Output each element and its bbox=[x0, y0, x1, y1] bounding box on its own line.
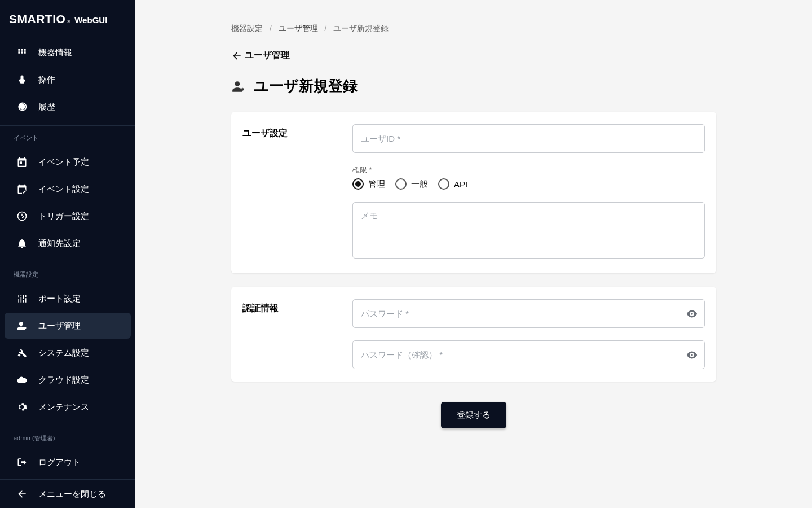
breadcrumb-item: 機器設定 bbox=[231, 24, 263, 33]
nav-item-cloud-settings[interactable]: クラウド設定 bbox=[5, 367, 131, 393]
radio-icon bbox=[438, 178, 449, 190]
back-link[interactable]: ユーザ管理 bbox=[231, 50, 290, 62]
nav-item-notification-settings[interactable]: 通知先設定 bbox=[5, 230, 131, 256]
nav-item-close-menu[interactable]: メニューを閉じる bbox=[5, 481, 131, 507]
radio-icon bbox=[395, 178, 407, 190]
user-gear-icon bbox=[16, 319, 28, 332]
tools-icon bbox=[16, 347, 28, 359]
user-gear-icon bbox=[231, 79, 246, 94]
nav-item-history[interactable]: 履歴 bbox=[5, 94, 131, 120]
logo-reg: ® bbox=[67, 19, 70, 24]
nav-label: イベント予定 bbox=[38, 157, 89, 168]
gear-icon bbox=[16, 401, 28, 413]
bell-icon bbox=[16, 237, 28, 249]
nav-item-event-settings[interactable]: イベント設定 bbox=[5, 176, 131, 202]
page-title-text: ユーザ新規登録 bbox=[254, 76, 358, 96]
breadcrumb: 機器設定 / ユーザ管理 / ユーザ新規登録 bbox=[231, 24, 716, 34]
card-label-user: ユーザ設定 bbox=[242, 124, 352, 261]
page-title: ユーザ新規登録 bbox=[231, 76, 716, 96]
main-content: 機器設定 / ユーザ管理 / ユーザ新規登録 ユーザ管理 ユーザ新規登録 ユーザ… bbox=[135, 0, 812, 508]
password-confirm-input[interactable] bbox=[352, 340, 705, 369]
toggle-password-confirm-visibility[interactable] bbox=[686, 349, 698, 361]
toggle-password-visibility[interactable] bbox=[686, 308, 698, 320]
nav-label: メニューを閉じる bbox=[38, 489, 106, 500]
nav-label: トリガー設定 bbox=[38, 211, 89, 222]
section-label-event: イベント bbox=[0, 126, 135, 146]
current-user-label: admin (管理者) bbox=[0, 426, 135, 446]
card-user-settings: ユーザ設定 権限 * 管理 一般 bbox=[231, 112, 716, 273]
touch-icon bbox=[16, 73, 28, 86]
role-radio-admin[interactable]: 管理 bbox=[352, 178, 385, 190]
submit-button[interactable]: 登録する bbox=[441, 402, 506, 428]
card-auth-info: 認証情報 bbox=[231, 287, 716, 382]
role-radio-general[interactable]: 一般 bbox=[395, 178, 428, 190]
sliders-icon bbox=[16, 292, 28, 305]
nav-label: クラウド設定 bbox=[38, 375, 89, 386]
nav-item-port-settings[interactable]: ポート設定 bbox=[5, 286, 131, 312]
nav-item-logout[interactable]: ログアウト bbox=[5, 449, 131, 475]
history-icon bbox=[16, 100, 28, 113]
role-field-label: 権限 * bbox=[352, 165, 705, 175]
logo-sub: WebGUI bbox=[74, 15, 107, 25]
radio-label: 一般 bbox=[411, 179, 428, 190]
nav-label: システム設定 bbox=[38, 348, 89, 358]
nav-label: ログアウト bbox=[38, 457, 81, 468]
trigger-icon bbox=[16, 210, 28, 222]
nav-item-trigger-settings[interactable]: トリガー設定 bbox=[5, 203, 131, 229]
nav-label: 機器情報 bbox=[38, 47, 72, 58]
cloud-icon bbox=[16, 374, 28, 386]
radio-label: API bbox=[454, 179, 467, 189]
card-label-auth: 認証情報 bbox=[242, 299, 352, 369]
breadcrumb-link-user-mgmt[interactable]: ユーザ管理 bbox=[279, 24, 318, 33]
nav-item-user-management[interactable]: ユーザ管理 bbox=[5, 313, 131, 339]
apps-icon bbox=[16, 46, 28, 59]
nav-label: ユーザ管理 bbox=[38, 321, 81, 331]
role-radio-api[interactable]: API bbox=[438, 178, 467, 190]
nav-item-operate[interactable]: 操作 bbox=[5, 67, 131, 93]
nav-label: イベント設定 bbox=[38, 184, 89, 195]
eye-icon bbox=[686, 349, 698, 361]
nav-label: 履歴 bbox=[38, 102, 55, 112]
user-id-input[interactable] bbox=[352, 124, 705, 153]
radio-label: 管理 bbox=[368, 179, 385, 190]
arrow-left-icon bbox=[16, 488, 28, 500]
sidebar: SMARTIO® WebGUI 機器情報 操作 履歴 イベント イベント予定 イ… bbox=[0, 0, 135, 508]
nav-item-maintenance[interactable]: メンテナンス bbox=[5, 394, 131, 420]
back-link-label: ユーザ管理 bbox=[245, 50, 290, 62]
nav-label: メンテナンス bbox=[38, 402, 89, 413]
eye-icon bbox=[686, 308, 698, 320]
password-input[interactable] bbox=[352, 299, 705, 328]
memo-textarea[interactable] bbox=[352, 202, 705, 259]
nav-label: 操作 bbox=[38, 75, 55, 85]
nav-item-system-settings[interactable]: システム設定 bbox=[5, 340, 131, 366]
radio-icon bbox=[352, 178, 364, 190]
nav-label: ポート設定 bbox=[38, 294, 81, 304]
calendar-edit-icon bbox=[16, 183, 28, 195]
nav-label: 通知先設定 bbox=[38, 238, 81, 249]
logo-main: SMARTIO bbox=[9, 12, 65, 26]
arrow-left-icon bbox=[231, 50, 242, 62]
nav-item-event-schedule[interactable]: イベント予定 bbox=[5, 149, 131, 175]
logout-icon bbox=[16, 456, 28, 468]
section-label-device: 機器設定 bbox=[0, 262, 135, 282]
logo: SMARTIO® WebGUI bbox=[0, 0, 135, 36]
calendar-icon bbox=[16, 156, 28, 168]
breadcrumb-current: ユーザ新規登録 bbox=[333, 24, 389, 33]
nav-item-device-info[interactable]: 機器情報 bbox=[5, 40, 131, 65]
